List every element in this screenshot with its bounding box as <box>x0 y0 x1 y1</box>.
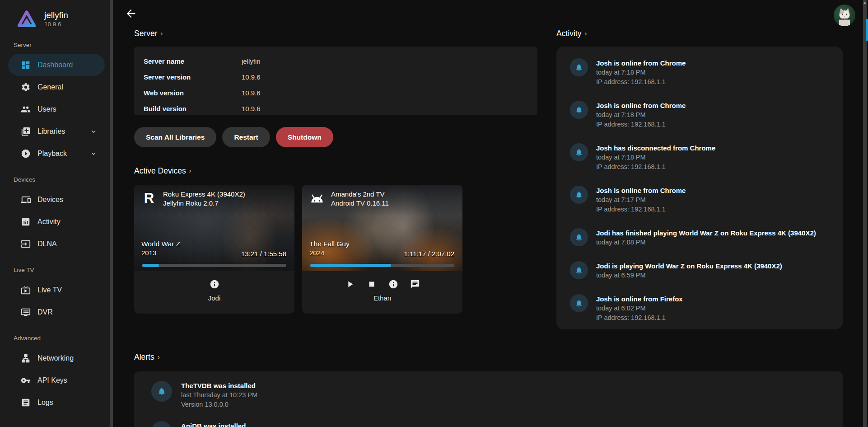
sidebar-item-logs[interactable]: Logs <box>8 391 105 413</box>
notification-avatar <box>151 421 172 427</box>
device-header: RRoku Express 4K (3940X2)Jellyfin Roku 2… <box>134 185 294 216</box>
sidebar-item-devices[interactable]: Devices <box>8 188 105 211</box>
activity-entry-title: Josh is online from Chrome <box>596 101 686 110</box>
message-icon[interactable] <box>410 279 420 289</box>
sidebar-item-label: Dashboard <box>37 61 73 69</box>
playback-time: 1:11:17 / 2:07:02 <box>404 250 454 258</box>
sidebar-item-live-tv[interactable]: Live TV <box>8 279 105 301</box>
sidebar-item-dashboard[interactable]: Dashboard <box>8 54 105 76</box>
server-info-label: Server version <box>144 73 242 81</box>
alerts-section-link[interactable]: Alerts › <box>134 352 160 362</box>
back-button[interactable] <box>125 7 137 20</box>
device-lines: Amanda's 2nd TVAndroid TV 0.16.11 <box>331 190 389 208</box>
activity-entry-title: Josh is online from Chrome <box>596 186 686 195</box>
sidebar-item-general[interactable]: General <box>8 76 105 98</box>
notification-avatar <box>570 101 588 119</box>
activity-entry-lines: Josh is online from Chrometoday at 7:17 … <box>596 186 686 214</box>
info-icon[interactable] <box>210 279 219 289</box>
sidebar-item-label: API Keys <box>37 376 67 385</box>
sidebar-item-label: Libraries <box>37 127 65 136</box>
activity-entry-lines: Josh has disconnected from Chrometoday a… <box>596 143 715 172</box>
activity-icon <box>21 217 31 227</box>
playback-progress-fill <box>310 264 391 267</box>
activity-entry-title: Josh is online from Firefox <box>596 294 683 304</box>
roku-letter: R <box>144 190 154 206</box>
sidebar-item-label: Playback <box>37 150 67 158</box>
play-icon[interactable] <box>345 279 355 289</box>
chevron-down-icon <box>89 127 98 136</box>
alert-entry: AniDB was installed <box>151 421 834 427</box>
sidebar-item-playback[interactable]: Playback <box>8 142 105 164</box>
notification-avatar <box>570 58 588 76</box>
server-info-value: 10.9.6 <box>242 89 261 97</box>
server-info-label: Web version <box>144 89 242 97</box>
device-name: Amanda's 2nd TV <box>331 190 389 199</box>
activity-entry-title: Josh is online from Chrome <box>596 58 686 68</box>
now-playing-year: 2013 <box>141 249 180 258</box>
scan-all-libraries-button[interactable]: Scan All Libraries <box>134 127 216 147</box>
activity-entry-lines: Jodi is playing World War Z on Roku Expr… <box>596 261 782 280</box>
bell-icon <box>575 233 583 241</box>
device-client: Android TV 0.16.11 <box>331 199 389 208</box>
sidebar-item-api-keys[interactable]: API Keys <box>8 369 105 391</box>
session-user-name: Jodi <box>134 294 294 302</box>
sidebar-item-dvr[interactable]: DVR <box>8 301 105 323</box>
chevron-down-icon <box>89 150 98 158</box>
stop-icon[interactable] <box>367 279 377 289</box>
scrollbar-accent-thumb[interactable] <box>866 19 868 41</box>
activity-heading: Activity <box>556 29 581 38</box>
activity-section-link[interactable]: Activity › <box>556 29 587 38</box>
activity-entry-lines: Josh is online from Firefoxtoday at 6:02… <box>596 294 683 323</box>
notification-avatar <box>570 228 588 246</box>
device-actions <box>302 278 462 290</box>
now-playing-backdrop: RRoku Express 4K (3940X2)Jellyfin Roku 2… <box>134 185 294 271</box>
shutdown-button[interactable]: Shutdown <box>276 127 333 147</box>
chevron-right-icon: › <box>161 29 163 37</box>
device-actions <box>134 278 294 290</box>
sidebar-item-activity[interactable]: Activity <box>8 211 105 233</box>
sidebar-item-label: Networking <box>37 354 74 362</box>
alert-entry-time: last Thursday at 10:23 PM <box>181 390 257 400</box>
library-add-icon <box>21 127 31 136</box>
app-title: jellyfin <box>44 10 68 20</box>
activity-entry-ip: IP address: 192.168.1.1 <box>596 313 683 323</box>
alert-entry-title: TheTVDB was installed <box>181 381 257 390</box>
notification-avatar <box>151 381 172 402</box>
chevron-right-icon: › <box>189 167 191 174</box>
sidebar-item-users[interactable]: Users <box>8 98 105 120</box>
sidebar-nav: ServerDashboardGeneralUsersLibrariesPlay… <box>0 30 113 413</box>
roku-icon: R <box>140 190 158 207</box>
sidebar-section-label: Devices <box>0 164 113 188</box>
activity-entry-time: today at 7:08 PM <box>596 238 816 247</box>
activity-entry-ip: IP address: 192.168.1.1 <box>596 120 686 129</box>
activity-entry-title: Jodi is playing World War Z on Roku Expr… <box>596 261 782 271</box>
page-scrollbar[interactable] <box>863 0 867 427</box>
activity-entry: Jodi has finished playing World War Z on… <box>570 228 834 247</box>
server-section-link[interactable]: Server › <box>134 29 163 38</box>
user-avatar[interactable] <box>834 5 855 26</box>
server-buttons: Scan All Libraries Restart Shutdown <box>134 127 333 147</box>
activity-entry-ip: IP address: 192.168.1.1 <box>596 77 686 87</box>
restart-button[interactable]: Restart <box>222 127 270 147</box>
sidebar-item-networking[interactable]: Networking <box>8 347 105 369</box>
info-icon[interactable] <box>388 279 398 289</box>
activity-entry-ip: IP address: 192.168.1.1 <box>596 162 715 172</box>
alerts-heading: Alerts <box>134 352 154 362</box>
bell-icon <box>575 148 583 156</box>
scrollbar-up-arrow-icon[interactable] <box>863 1 867 5</box>
gear-icon <box>21 82 31 92</box>
notification-avatar <box>570 143 588 161</box>
sidebar-item-dlna[interactable]: DLNA <box>8 233 105 255</box>
activity-entry-lines: Jodi has finished playing World War Z on… <box>596 228 816 247</box>
dlna-icon <box>21 239 31 249</box>
activity-entry-time: today at 6:02 PM <box>596 304 683 313</box>
alert-entry-lines: TheTVDB was installedlast Thursday at 10… <box>181 381 257 409</box>
users-icon <box>21 104 31 114</box>
brand: jellyfin 10.9.6 <box>0 0 113 30</box>
bell-icon <box>575 299 583 307</box>
active-devices-row: RRoku Express 4K (3940X2)Jellyfin Roku 2… <box>134 185 462 314</box>
active-devices-section-link[interactable]: Active Devices › <box>134 166 191 176</box>
sidebar-item-libraries[interactable]: Libraries <box>8 120 105 142</box>
sidebar-scrollbar[interactable] <box>110 0 113 427</box>
bell-icon <box>575 191 583 199</box>
